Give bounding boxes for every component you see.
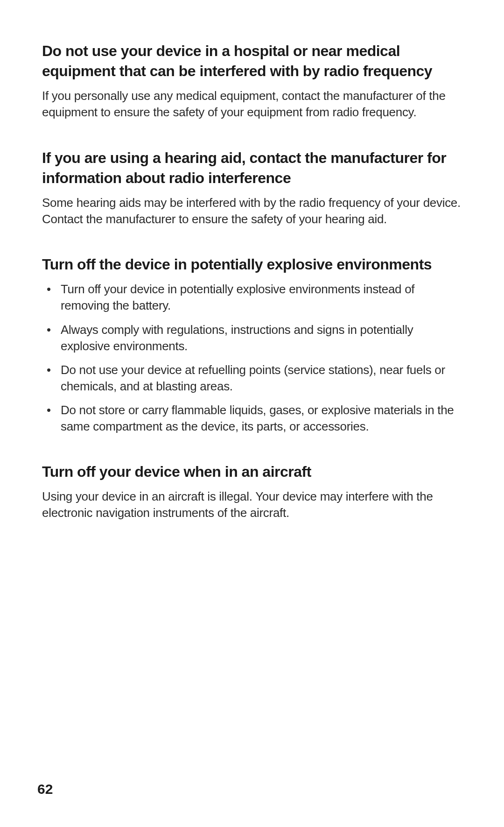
para-hospital: If you personally use any medical equipm… [42, 88, 462, 120]
section-explosive: Turn off the device in potentially explo… [42, 254, 462, 435]
section-hearing-aid: If you are using a hearing aid, contact … [42, 148, 462, 228]
list-item: Do not use your device at refuelling poi… [57, 362, 462, 395]
list-item: Do not store or carry flammable liquids,… [57, 402, 462, 435]
heading-explosive: Turn off the device in potentially explo… [42, 254, 462, 275]
para-aircraft: Using your device in an aircraft is ille… [42, 488, 462, 521]
para-hearing-aid: Some hearing aids may be interfered with… [42, 195, 462, 227]
heading-hearing-aid: If you are using a hearing aid, contact … [42, 148, 462, 188]
heading-hospital: Do not use your device in a hospital or … [42, 41, 462, 81]
section-hospital: Do not use your device in a hospital or … [42, 41, 462, 121]
list-item: Turn off your device in potentially expl… [57, 281, 462, 314]
page-number: 62 [37, 781, 53, 797]
list-item: Always comply with regulations, instruct… [57, 322, 462, 354]
document-page: Do not use your device in a hospital or … [0, 0, 504, 521]
section-aircraft: Turn off your device when in an aircraft… [42, 462, 462, 521]
bullets-explosive: Turn off your device in potentially expl… [42, 281, 462, 435]
heading-aircraft: Turn off your device when in an aircraft [42, 462, 462, 482]
